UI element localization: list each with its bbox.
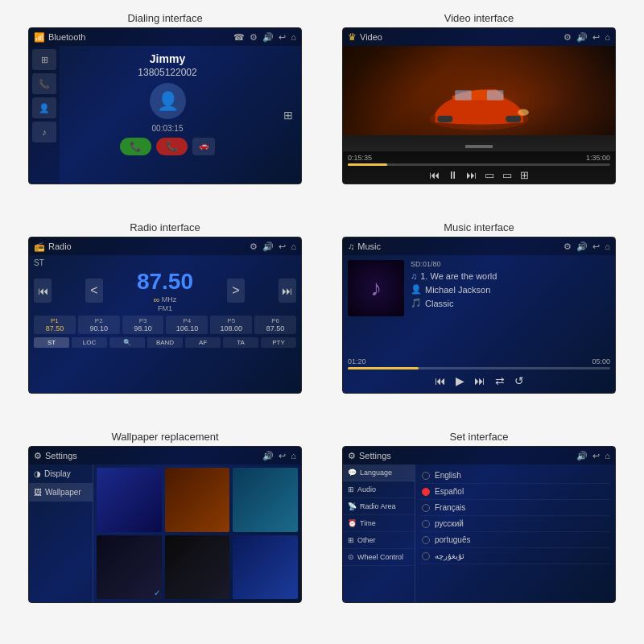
set-topbar: ⚙ Settings 🔊 ↩ ⌂	[343, 447, 615, 464]
preset-4[interactable]: P4 106.10	[166, 316, 208, 334]
music-home-icon[interactable]: ⌂	[605, 242, 610, 251]
music-progress-bar[interactable]	[348, 367, 610, 369]
wallpaper-topbar-left: ⚙ Settings	[34, 451, 77, 461]
wallpaper-back-icon[interactable]: ↩	[279, 451, 286, 461]
video-subtitle-btn[interactable]: ▭	[485, 169, 494, 181]
video-prev-btn[interactable]: ⏮	[429, 169, 440, 181]
wallpaper-settings-icon-title: ⚙	[34, 451, 42, 461]
music-progress-area: 01:20 05:00 ⏮ ▶ ⏭ ⇄ ↺	[343, 355, 615, 393]
wp-thumb-5[interactable]	[165, 535, 230, 600]
set-item-radio-area[interactable]: 📡 Radio Area	[343, 498, 415, 515]
radio-btn-af[interactable]: AF	[185, 337, 221, 348]
video-volume-icon[interactable]: 🔊	[576, 32, 588, 43]
option-english[interactable]: English	[420, 468, 610, 484]
song-title: 1. We are the world	[420, 271, 497, 281]
volume-icon[interactable]: 🔊	[262, 32, 274, 43]
music-play-btn[interactable]: ▶	[456, 374, 464, 387]
video-home-icon[interactable]: ⌂	[605, 32, 610, 42]
call-timer: 00:03:15	[152, 124, 184, 133]
music-topbar-left: ♫ Music	[348, 242, 381, 251]
music-back-icon[interactable]: ↩	[592, 242, 600, 252]
video-next-btn[interactable]: ⏭	[466, 169, 477, 181]
wallpaper-item[interactable]: 🖼 Wallpaper	[29, 483, 93, 502]
option-uyghur[interactable]: ئۇيغۇرچە	[420, 548, 610, 564]
video-settings-icon[interactable]: ⚙	[564, 32, 572, 43]
radio-title: Radio	[48, 242, 72, 251]
music-shuffle-btn[interactable]: ⇄	[495, 374, 505, 387]
option-portuguese[interactable]: português	[420, 532, 610, 548]
music-controls: ⏮ ▶ ⏭ ⇄ ↺	[348, 374, 610, 390]
video-mode-btn[interactable]: ▭	[502, 169, 512, 181]
radio-russian	[422, 520, 430, 528]
wp-thumb-3[interactable]	[233, 468, 298, 532]
radio-skip-back[interactable]: ⏮	[34, 279, 52, 303]
dial-contacts-btn[interactable]: 👤	[32, 97, 56, 118]
set-home-icon[interactable]: ⌂	[605, 451, 610, 460]
wallpaper-home-icon[interactable]: ⌂	[291, 451, 296, 460]
option-russian[interactable]: русский	[420, 516, 610, 532]
radio-skip-forward[interactable]: ⏭	[279, 279, 296, 303]
video-aspect-btn[interactable]: ⊞	[520, 169, 529, 181]
radio-btn-loc[interactable]: LOC	[72, 337, 107, 348]
set-title: Settings	[359, 451, 391, 460]
dial-phone-btn[interactable]: 📞	[32, 73, 56, 94]
preset-2[interactable]: P2 90.10	[78, 316, 120, 334]
option-espanol[interactable]: Español	[420, 484, 610, 500]
preset-6[interactable]: P6 87.50	[254, 316, 296, 334]
set-item-wheel[interactable]: ⊙ Wheel Control	[343, 549, 415, 566]
set-back-icon[interactable]: ↩	[592, 451, 600, 461]
screen-wallpaper: ⚙ Settings 🔊 ↩ ⌂ ◑ Display 🖼	[28, 446, 302, 603]
other-icon: ⊞	[348, 536, 354, 544]
radio-btn-ta[interactable]: TA	[223, 337, 258, 348]
music-settings-icon[interactable]: ⚙	[564, 242, 572, 252]
phone-icon[interactable]: ☎	[233, 32, 245, 43]
dial-keypad[interactable]: ⊞	[275, 46, 301, 184]
display-item[interactable]: ◑ Display	[29, 464, 93, 483]
radio-volume-icon[interactable]: 🔊	[262, 242, 274, 252]
radio-btn-band[interactable]: BAND	[147, 337, 183, 348]
music-volume-icon[interactable]: 🔊	[576, 242, 588, 252]
music-repeat-btn[interactable]: ↺	[514, 374, 524, 387]
video-back-icon[interactable]: ↩	[592, 32, 600, 43]
wallpaper-volume-icon[interactable]: 🔊	[262, 451, 274, 461]
settings-icon[interactable]: ⚙	[250, 32, 258, 43]
set-item-other[interactable]: ⊞ Other	[343, 532, 415, 549]
preset-5[interactable]: P5 108.00	[210, 316, 252, 334]
dial-music-btn[interactable]: ♪	[32, 122, 56, 142]
genre-row: 🎵 Classic	[411, 298, 610, 308]
set-item-time[interactable]: ⏰ Time	[343, 515, 415, 532]
set-item-audio[interactable]: ⊞ Audio	[343, 481, 415, 498]
transfer-button[interactable]: 🚗	[192, 138, 215, 155]
video-progress-bar[interactable]	[348, 163, 610, 166]
preset-3[interactable]: P3 98.10	[122, 316, 164, 334]
radio-home-icon[interactable]: ⌂	[291, 242, 296, 251]
video-progress-fill	[348, 163, 387, 166]
radio-back-icon[interactable]: ↩	[279, 242, 286, 252]
wp-thumb-6[interactable]	[233, 535, 298, 600]
option-francais[interactable]: Français	[420, 500, 610, 516]
music-next-btn[interactable]: ⏭	[474, 374, 485, 387]
home-icon[interactable]: ⌂	[291, 32, 296, 42]
video-pause-btn[interactable]: ⏸	[448, 169, 458, 181]
music-prev-btn[interactable]: ⏮	[435, 374, 446, 387]
radio-btn-st[interactable]: ST	[34, 337, 69, 348]
hangup-button[interactable]: 📞	[156, 138, 188, 155]
set-item-language[interactable]: 💬 Language	[343, 464, 415, 481]
wp-thumb-4[interactable]: ✓	[97, 535, 162, 600]
video-topbar-icons: ⚙ 🔊 ↩ ⌂	[564, 32, 610, 43]
preset-1[interactable]: P1 87.50	[34, 316, 76, 334]
language-label: Language	[360, 469, 392, 477]
dialing-title: Bluetooth	[48, 32, 85, 42]
answer-button[interactable]: 📞	[120, 138, 151, 155]
dial-grid-btn[interactable]: ⊞	[32, 49, 56, 70]
wp-thumb-1[interactable]	[97, 468, 162, 532]
set-volume-icon[interactable]: 🔊	[576, 451, 588, 461]
back-icon[interactable]: ↩	[279, 32, 286, 43]
radio-btn-pty[interactable]: PTY	[261, 337, 296, 348]
radio-prev[interactable]: <	[85, 279, 103, 303]
radio-btn-search[interactable]: 🔍	[109, 337, 145, 348]
wp-thumb-2[interactable]	[165, 468, 230, 532]
radio-settings-icon[interactable]: ⚙	[250, 242, 258, 252]
video-time-current: 0:15:35	[348, 154, 372, 162]
radio-next[interactable]: >	[227, 279, 245, 303]
